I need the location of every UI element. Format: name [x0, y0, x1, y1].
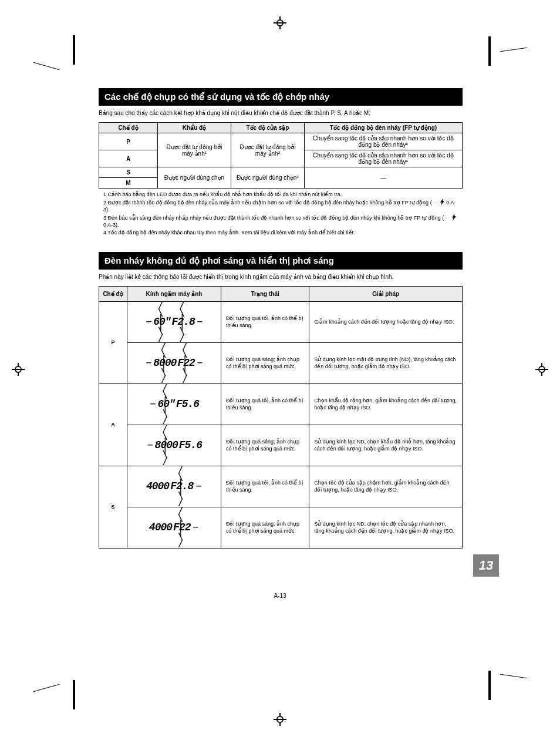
svg-marker-0: [440, 198, 444, 206]
modes-table: Chế độ Khẩu độ Tốc độ cửa sập Tốc độ đồn…: [99, 122, 463, 189]
footnote-4-label: 4: [103, 230, 106, 235]
col-mode: Chế độ: [99, 286, 127, 301]
solution-text: Giảm khoảng cách đến đối tượng hoặc tăng…: [309, 301, 463, 342]
solution-text: Chọn tốc độ cửa sập chậm hơn, giảm khoản…: [309, 466, 463, 507]
section2: Đèn nháy không đủ độ phơi sáng và hiển t…: [99, 252, 463, 549]
footnote-1: Cảnh báo bằng đèn LED được đưa ra nếu kh…: [108, 191, 342, 197]
lcd-dash: −: [191, 521, 199, 534]
viewfinder-display: − \ | /60"/ | \ \ | /F2.8/ | \ −: [127, 301, 221, 342]
footnote-1-label: 1: [103, 191, 106, 197]
section1-title: Các chế độ chụp có thể sử dụng và tốc độ…: [99, 88, 463, 106]
col-shutter: Tốc độ cửa sập: [231, 123, 304, 133]
viewfinder-display: − \ | /60"/ | \ F5.6: [127, 383, 221, 425]
lcd-dash: −: [145, 356, 153, 369]
section1-intro: Bảng sau cho thấy các cách kết hợp khả d…: [99, 109, 463, 117]
table-row: A − \ | /60"/ | \ F5.6 Đối tượng quá tối…: [99, 383, 463, 425]
solution-text: Chọn khẩu độ rộng hơn, giảm khoảng cách …: [309, 383, 463, 425]
mode-p: P: [99, 133, 158, 150]
lcd-value: 4000: [146, 479, 169, 493]
status-text: Đối tượng quá tối, ảnh có thể bị thiếu s…: [221, 383, 309, 425]
table-row: 4000 \ | /F22/ | \ − Đối tượng quá sáng;…: [99, 507, 463, 548]
status-text: Đối tượng quá sáng; ảnh chụp có thể bị p…: [221, 342, 309, 383]
sync-fast-cell-p: Chuyển sang tốc độ cửa sập nhanh hơn so …: [304, 133, 462, 150]
table-row: S Được người dùng chọn Được người dùng c…: [99, 167, 463, 178]
lcd-dash: −: [194, 480, 202, 493]
mode-a: A: [99, 150, 158, 167]
viewfinder-display: 4000 \ | /F2.8/ | \ −: [127, 466, 221, 507]
lcd-value: F5.6: [179, 438, 202, 452]
status-text: Đối tượng quá sáng; ảnh chụp có thể bị p…: [221, 507, 309, 548]
solution-text: Sử dụng kính lọc ND, chọn khẩu độ nhỏ hơ…: [309, 425, 463, 466]
crop-line: [500, 48, 527, 52]
section2-title: Đèn nháy không đủ độ phơi sáng và hiển t…: [99, 252, 463, 270]
footnote-4: Tốc độ đồng bộ đèn nháy khác nhau tùy th…: [107, 230, 355, 235]
lcd-dash: −: [146, 439, 154, 452]
shutter-user-cell: Được người dùng chọn³: [231, 167, 304, 189]
status-text: Đối tượng quá sáng; ảnh chụp có thể bị p…: [221, 425, 309, 466]
col-sync: Tốc độ đồng bộ đèn nháy (FP tự động): [304, 123, 462, 133]
crop-bar: [73, 35, 75, 65]
viewfinder-display: 4000 \ | /F22/ | \ −: [127, 507, 221, 548]
footnote-3-tail: 0 A-3).: [103, 222, 119, 228]
viewfinder-display: − \ | /8000/ | \ \ | /F22/ | \ −: [127, 342, 221, 383]
crop-line: [33, 62, 59, 70]
lcd-dash: −: [196, 356, 204, 369]
lcd-dash: −: [149, 398, 157, 410]
flash-icon: [451, 214, 457, 221]
sync-fast-cell-a: Chuyển sang tốc độ cửa sập nhanh hơn so …: [304, 150, 462, 167]
table-row: P − \ | /60"/ | \ \ | /F2.8/ | \ − Đối t…: [99, 301, 463, 342]
viewfinder-display: − \ | /8000/ | \ F5.6: [127, 425, 221, 466]
table-header-row: Chế độ Khẩu độ Tốc độ cửa sập Tốc độ đồn…: [99, 123, 463, 133]
col-status: Trạng thái: [221, 286, 309, 301]
solution-text: Sử dụng kính lọc mật độ trung tính (ND),…: [309, 342, 463, 383]
lcd-dash: −: [145, 315, 153, 328]
pointer-icon: ☞: [433, 200, 438, 206]
flash-icon: [440, 198, 445, 206]
svg-marker-1: [452, 214, 456, 221]
footnotes: 1 Cảnh báo bằng đèn LED được đưa ra nếu …: [99, 189, 463, 237]
table-row: P Được đặt tự động bởi máy ảnh¹ Được đặt…: [99, 133, 463, 150]
mode-m: M: [99, 178, 158, 189]
status-text: Đối tượng quá tối, ảnh có thể bị thiếu s…: [221, 301, 309, 342]
status-text: Đối tượng quá tối, ảnh có thể bị thiếu s…: [221, 466, 309, 507]
registration-mark-top: [274, 16, 286, 29]
mode-s: S: [99, 167, 158, 178]
col-solution: Giải pháp: [309, 286, 463, 301]
warnings-table: Chế độ Kính ngắm máy ảnh Trạng thái Giải…: [99, 286, 463, 549]
lcd-value: 4000: [149, 520, 172, 534]
table-row: − \ | /8000/ | \ \ | /F22/ | \ − Đối tượ…: [99, 342, 463, 383]
table-row: S 4000 \ | /F2.8/ | \ − Đối tượng quá tố…: [99, 466, 463, 507]
crop-line: [33, 684, 59, 692]
crop-bar: [488, 36, 491, 66]
table-row: − \ | /8000/ | \ F5.6 Đối tượng quá sáng…: [99, 425, 463, 466]
page-content: Các chế độ chụp có thể sử dụng và tốc độ…: [99, 88, 463, 549]
section2-intro: Phần này liệt kê các thông báo lỗi được …: [99, 273, 463, 281]
col-mode: Chế độ: [99, 123, 158, 133]
crop-bar: [488, 671, 491, 700]
footnote-2-label: 2: [103, 200, 106, 206]
lcd-dash: −: [196, 315, 204, 328]
footnote-3: Đèn báo sẵn sàng đèn nháy nhấp nháy nếu …: [108, 215, 444, 221]
sync-none-cell: —: [304, 167, 462, 189]
page-number: A-13: [274, 593, 286, 599]
mode-a: A: [99, 383, 127, 466]
registration-mark-bottom: [274, 713, 286, 726]
mode-s: S: [99, 466, 127, 548]
chapter-tab: 13: [473, 554, 499, 577]
footnote-2: Được đặt thành tốc độ đồng bộ đèn nháy c…: [108, 200, 432, 206]
registration-mark-left: [12, 363, 25, 376]
crop-bar: [73, 680, 75, 709]
pointer-icon: ☞: [446, 215, 450, 221]
lcd-value: F5.6: [176, 397, 199, 411]
shutter-auto-cell: Được đặt tự động bởi máy ảnh²: [231, 133, 304, 167]
mode-p: P: [99, 301, 127, 383]
aperture-auto-cell: Được đặt tự động bởi máy ảnh¹: [158, 133, 231, 167]
footnote-3-label: 3: [103, 215, 106, 221]
registration-mark-right: [535, 363, 548, 376]
solution-text: Sử dụng kính lọc ND, chọn tốc độ cửa sập…: [309, 507, 463, 548]
aperture-user-cell: Được người dùng chọn: [158, 167, 231, 189]
crop-line: [500, 674, 527, 678]
col-aperture: Khẩu độ: [158, 123, 231, 133]
